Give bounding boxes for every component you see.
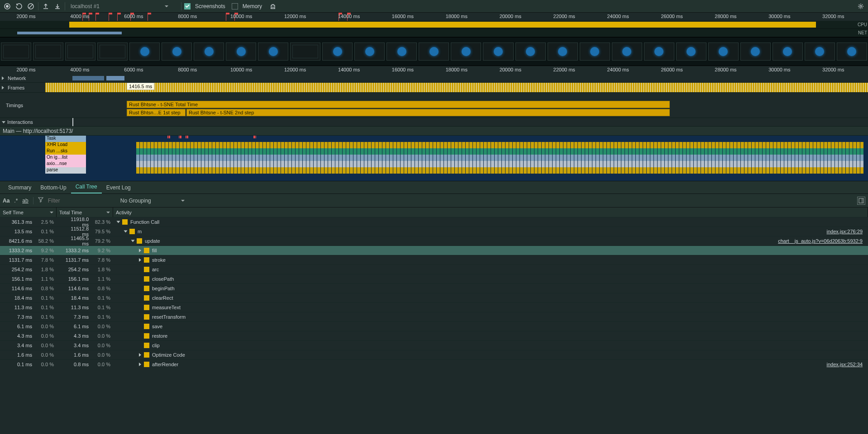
lane-network[interactable]: Network: [0, 74, 868, 83]
filmstrip-thumb[interactable]: [612, 42, 642, 61]
overview-net-row[interactable]: NET: [0, 29, 868, 37]
call-tree-row[interactable]: 156.1 ms1.1 %156.1 ms1.1 %closePath: [0, 274, 868, 283]
filmstrip-thumb[interactable]: [65, 42, 95, 61]
activity-name: Optimize Code: [152, 352, 185, 358]
call-tree-row[interactable]: 7.3 ms0.1 %7.3 ms0.1 %resetTransform: [0, 312, 868, 321]
filmstrip-thumb[interactable]: [580, 42, 610, 61]
timing-total[interactable]: Rust Bhtsne - t-SNE Total Time: [127, 101, 670, 108]
expand-toggle[interactable]: [123, 229, 128, 234]
memory-checkbox[interactable]: [232, 3, 238, 9]
reload-icon[interactable]: [14, 2, 24, 11]
call-tree-row[interactable]: 254.2 ms1.8 %254.2 ms1.8 %arc: [0, 264, 868, 274]
clear-icon[interactable]: [26, 2, 35, 11]
filmstrip-thumb[interactable]: [354, 42, 385, 61]
call-tree-row[interactable]: 361.3 ms2.5 %11918.0 ms82.3 %Function Ca…: [0, 217, 868, 226]
record-icon[interactable]: [3, 2, 12, 11]
lane-main-header[interactable]: Main — http://localhost:5173/: [0, 127, 868, 136]
match-word-button[interactable]: ab: [22, 198, 28, 204]
filmstrip-thumb[interactable]: [708, 42, 739, 61]
filmstrip-thumb[interactable]: [773, 42, 803, 61]
toolbar: localhost #1 Screenshots Memory: [0, 0, 868, 13]
filmstrip-thumb[interactable]: [162, 42, 192, 61]
call-tree-row[interactable]: 6.1 ms0.0 %6.1 ms0.0 %save: [0, 321, 868, 331]
call-tree-row[interactable]: 8421.6 ms58.2 %11465.5 ms79.2 %updatecha…: [0, 236, 868, 245]
funnel-icon: [38, 197, 43, 204]
tab-bottom-up[interactable]: Bottom-Up: [36, 182, 71, 193]
expand-toggle[interactable]: [138, 362, 142, 367]
filmstrip-thumb[interactable]: [33, 42, 63, 61]
call-tree-row[interactable]: 18.4 ms0.1 %18.4 ms0.1 %clearRect: [0, 293, 868, 302]
settings-icon[interactable]: [856, 2, 865, 11]
source-link[interactable]: chart__js_auto.js?v=06d2063b:5932:9: [778, 238, 863, 244]
filmstrip-thumb[interactable]: [258, 42, 288, 61]
col-activity[interactable]: Activity: [113, 208, 868, 217]
filmstrip-thumb[interactable]: [515, 42, 546, 61]
filmstrip-thumb[interactable]: [676, 42, 706, 61]
filmstrip-thumb[interactable]: [451, 42, 481, 61]
lane-interactions[interactable]: Interactions: [0, 118, 868, 127]
filmstrip-thumb[interactable]: [290, 42, 320, 61]
col-self[interactable]: Self Time: [0, 208, 57, 217]
overview-cpu-row[interactable]: CPU: [0, 21, 868, 29]
filmstrip-thumb[interactable]: [837, 42, 867, 61]
source-link[interactable]: index.jsx:276:29: [827, 229, 863, 234]
filmstrip-thumb[interactable]: [194, 42, 224, 61]
timing-step1[interactable]: Rust Bhtsn…E 1st step: [127, 109, 186, 116]
call-tree-row[interactable]: 1.6 ms0.0 %1.6 ms0.0 %Optimize Code: [0, 350, 868, 359]
match-case-button[interactable]: Aa: [3, 198, 10, 204]
download-icon[interactable]: [53, 2, 62, 11]
source-link[interactable]: index.jsx:252:34: [827, 362, 863, 367]
call-tree-row[interactable]: 1333.2 ms9.2 %1333.2 ms9.2 %fill: [0, 245, 868, 255]
grouping-selector[interactable]: No Grouping: [120, 198, 185, 204]
filmstrip-thumb[interactable]: [1, 42, 31, 61]
call-tree-row[interactable]: 1131.7 ms7.8 %1131.7 ms7.8 %stroke: [0, 255, 868, 264]
overview-ruler[interactable]: 2000 ms4000 ms6000 ms8000 ms10000 ms1200…: [0, 13, 868, 21]
filmstrip-thumb[interactable]: [97, 42, 128, 61]
expand-toggle[interactable]: [138, 258, 142, 262]
filmstrip-thumb[interactable]: [805, 42, 835, 61]
call-tree-row[interactable]: 4.3 ms0.0 %4.3 ms0.0 %restore: [0, 331, 868, 340]
activity-swatch: [144, 276, 149, 282]
call-tree-row[interactable]: 11.3 ms0.1 %11.3 ms0.1 %measureText: [0, 302, 868, 312]
call-tree-row[interactable]: 3.4 ms0.0 %3.4 ms0.0 %clip: [0, 340, 868, 350]
filmstrip-thumb[interactable]: [226, 42, 256, 61]
filmstrip-thumb[interactable]: [548, 42, 578, 61]
filmstrip[interactable]: [0, 37, 868, 66]
expand-toggle[interactable]: [138, 248, 142, 253]
col-total[interactable]: Total Time: [57, 208, 113, 217]
tab-event-log[interactable]: Event Log: [102, 182, 135, 193]
main-thread-label: Main — http://localhost:5173/: [3, 128, 73, 134]
activity-swatch: [144, 295, 149, 301]
filmstrip-thumb[interactable]: [483, 42, 513, 61]
filmstrip-thumb[interactable]: [129, 42, 160, 61]
call-tree-row[interactable]: 13.5 ms0.1 %11512.8 ms79.5 %mindex.jsx:2…: [0, 226, 868, 236]
tab-summary[interactable]: Summary: [4, 182, 36, 193]
detail-ruler[interactable]: 2000 ms4000 ms6000 ms8000 ms10000 ms1200…: [0, 66, 868, 74]
toggle-sidepanel-icon[interactable]: [857, 197, 865, 205]
timing-step2[interactable]: Rust Bhtsne - t-SNE 2nd step: [186, 109, 670, 116]
activity-swatch: [129, 229, 135, 234]
host-selector[interactable]: localhost #1: [68, 2, 178, 10]
activity-name: afterRender: [152, 362, 178, 367]
activity-swatch: [144, 248, 149, 253]
call-tree-row[interactable]: 0.1 ms0.0 %0.8 ms0.0 %afterRenderindex.j…: [0, 359, 868, 369]
filter-input[interactable]: [48, 198, 116, 204]
filmstrip-thumb[interactable]: [644, 42, 674, 61]
main-flame[interactable]: Task XHR Load Run …sks On ig…list axio…n…: [0, 136, 868, 181]
filmstrip-thumb[interactable]: [740, 42, 771, 61]
garbage-collect-icon[interactable]: [268, 2, 277, 11]
expand-toggle[interactable]: [138, 353, 142, 357]
lane-timings: Timings Rust Bhtsne - t-SNE Total Time R…: [0, 93, 868, 118]
lane-frames[interactable]: Frames 1416.5 ms: [0, 83, 868, 93]
regex-button[interactable]: .*: [14, 198, 18, 204]
expand-toggle[interactable]: [130, 239, 135, 243]
upload-icon[interactable]: [41, 2, 50, 11]
call-tree-row[interactable]: 114.6 ms0.8 %114.6 ms0.8 %beginPath: [0, 283, 868, 293]
screenshots-checkbox[interactable]: [184, 3, 191, 9]
tab-call-tree[interactable]: Call Tree: [71, 181, 102, 193]
filmstrip-thumb[interactable]: [322, 42, 353, 61]
expand-toggle[interactable]: [116, 220, 120, 224]
filmstrip-thumb[interactable]: [419, 42, 449, 61]
filmstrip-thumb[interactable]: [386, 42, 417, 61]
overview-tracks[interactable]: CPU NET: [0, 21, 868, 37]
